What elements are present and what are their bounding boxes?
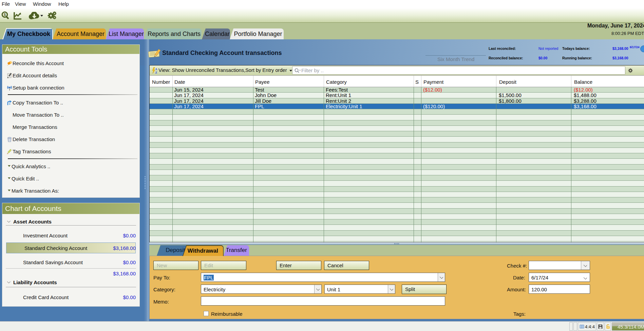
svg-text:$: $ <box>4 13 6 17</box>
svg-text:Z: Z <box>155 71 157 74</box>
svg-text:A: A <box>155 67 157 71</box>
